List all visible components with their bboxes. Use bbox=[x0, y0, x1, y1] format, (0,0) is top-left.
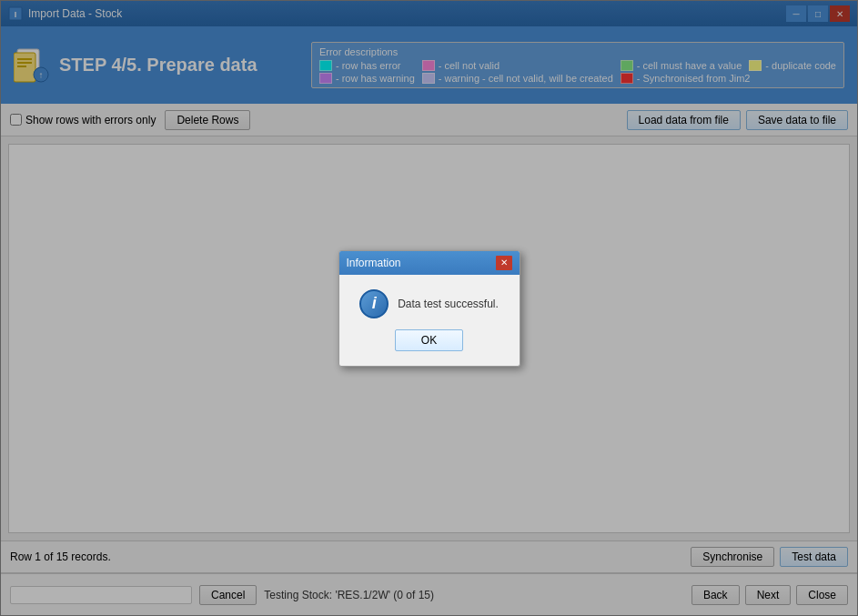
modal-title: Information bbox=[347, 257, 401, 269]
modal-content-row: i Data test successful. bbox=[359, 289, 499, 318]
modal-ok-button[interactable]: OK bbox=[395, 329, 463, 351]
modal-message: Data test successful. bbox=[398, 298, 499, 310]
modal-title-bar: Information ✕ bbox=[339, 251, 520, 275]
modal-body: i Data test successful. OK bbox=[339, 275, 520, 366]
modal-close-button[interactable]: ✕ bbox=[496, 256, 512, 270]
modal-overlay: Information ✕ i Data test successful. OK bbox=[0, 0, 858, 616]
info-icon: i bbox=[359, 289, 389, 318]
modal-dialog: Information ✕ i Data test successful. OK bbox=[338, 250, 520, 367]
